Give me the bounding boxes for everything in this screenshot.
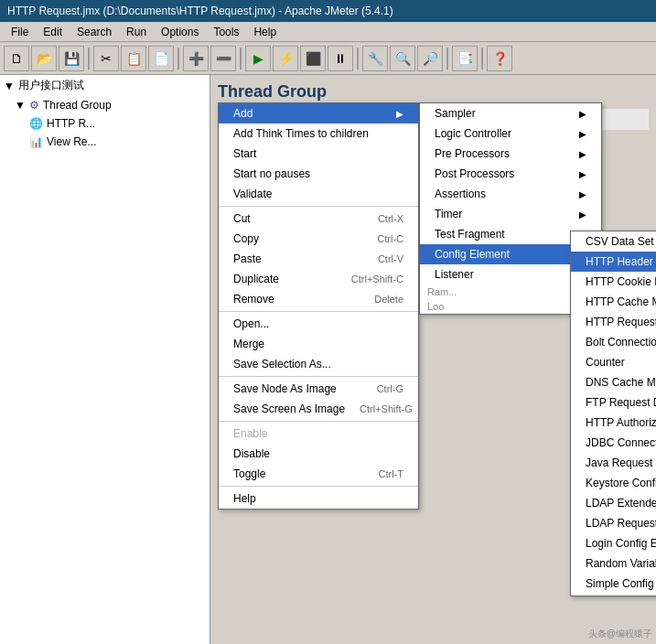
menu-search[interactable]: Search bbox=[70, 24, 119, 40]
ctx-save-node-image[interactable]: Save Node As Image Ctrl-G bbox=[219, 379, 418, 399]
cfg-http-header[interactable]: HTTP Header Manager bbox=[571, 252, 656, 272]
sep4 bbox=[219, 421, 418, 422]
cfg-http-req-defaults[interactable]: HTTP Request Defaults bbox=[571, 312, 656, 332]
menu-edit[interactable]: Edit bbox=[36, 24, 70, 40]
cfg-keystore-label: Keystore Configuration bbox=[586, 477, 656, 489]
ctx-remove[interactable]: Remove Delete bbox=[219, 289, 418, 309]
cfg-bolt[interactable]: Bolt Connection Configuration bbox=[571, 332, 656, 352]
cfg-random-var[interactable]: Random Variable bbox=[571, 553, 656, 574]
cfg-ldap-ext[interactable]: LDAP Extended Request Defaults bbox=[571, 493, 656, 513]
sub-pre-processors[interactable]: Pre Processors ▶ bbox=[420, 144, 601, 164]
sub-timer[interactable]: Timer ▶ bbox=[420, 204, 601, 224]
ctx-merge[interactable]: Merge bbox=[219, 334, 418, 354]
cfg-java-req[interactable]: Java Request Defaults bbox=[571, 453, 656, 473]
ctx-add[interactable]: Add ▶ bbox=[219, 103, 418, 123]
menu-file[interactable]: File bbox=[4, 24, 36, 40]
ctx-save-selection[interactable]: Save Selection As... bbox=[219, 354, 418, 374]
cfg-java-req-label: Java Request Defaults bbox=[586, 456, 656, 469]
sub-post-processors[interactable]: Post Processors ▶ bbox=[420, 164, 601, 184]
toolbar-copy[interactable]: 📋 bbox=[121, 46, 146, 71]
ctx-toggle[interactable]: Toggle Ctrl-T bbox=[219, 464, 418, 484]
ctx-paste[interactable]: Paste Ctrl-V bbox=[219, 249, 418, 269]
toolbar-start-notimer[interactable]: ⚡ bbox=[273, 46, 298, 71]
menu-help[interactable]: Help bbox=[246, 24, 284, 40]
tree-root[interactable]: ▼ 用户接口测试 bbox=[0, 75, 210, 96]
ctx-validate[interactable]: Validate bbox=[219, 184, 418, 204]
toolbar-help[interactable]: ❓ bbox=[487, 46, 512, 71]
cfg-login[interactable]: Login Config Element bbox=[571, 533, 656, 553]
tree-http-label: HTTP R... bbox=[47, 117, 95, 130]
cfg-simple[interactable]: Simple Config Element bbox=[571, 574, 656, 594]
cfg-counter[interactable]: Counter bbox=[571, 352, 656, 372]
title-text: HTTP Request.jmx (D:\Documents\HTTP Requ… bbox=[7, 5, 393, 17]
cfg-keystore[interactable]: Keystore Configuration bbox=[571, 473, 656, 493]
ctx-save-screen-image[interactable]: Save Screen As Image Ctrl+Shift-G bbox=[219, 399, 418, 419]
save-screen-shortcut: Ctrl+Shift-G bbox=[360, 403, 413, 414]
toolbar-sep5 bbox=[446, 48, 448, 70]
toolbar-paste[interactable]: 📄 bbox=[148, 46, 174, 71]
sub-logic-controller[interactable]: Logic Controller ▶ bbox=[420, 123, 601, 144]
toolbar-start[interactable]: ▶ bbox=[245, 46, 271, 71]
ctx-help[interactable]: Help bbox=[219, 488, 418, 509]
toolbar-remote-start-all[interactable]: 🔧 bbox=[362, 46, 388, 71]
tree-panel: ▼ 用户接口测试 ▼ ⚙ Thread Group 🌐 HTTP R... 📊 … bbox=[0, 75, 210, 644]
ctx-save-screen-label: Save Screen As Image bbox=[233, 402, 345, 415]
menu-options[interactable]: Options bbox=[154, 24, 206, 40]
cfg-csv[interactable]: CSV Data Set Config bbox=[571, 231, 656, 252]
toolbar-remote-exit-all[interactable]: 🔎 bbox=[417, 46, 443, 71]
toolbar-save[interactable]: 💾 bbox=[59, 46, 84, 71]
sub-assertions[interactable]: Assertions ▶ bbox=[420, 184, 601, 204]
cfg-dns-cache[interactable]: DNS Cache Manager bbox=[571, 372, 656, 392]
cfg-ldap-ext-label: LDAP Extended Request Defaults bbox=[586, 497, 656, 510]
cfg-http-auth[interactable]: HTTP Authorization Manager bbox=[571, 413, 656, 433]
cfg-tcp[interactable]: TCP Sampler Config bbox=[571, 594, 656, 596]
cfg-http-cookie[interactable]: HTTP Cookie Manager bbox=[571, 272, 656, 292]
menu-run[interactable]: Run bbox=[119, 24, 154, 40]
cfg-ldap-label: LDAP Request Defaults bbox=[586, 517, 656, 530]
ctx-copy-label: Copy bbox=[233, 232, 259, 245]
tree-view-results[interactable]: 📊 View Re... bbox=[0, 133, 210, 151]
tree-thread-group-label: Thread Group bbox=[43, 99, 112, 112]
sub-sampler[interactable]: Sampler ▶ bbox=[420, 103, 601, 123]
ctx-open[interactable]: Open... bbox=[219, 314, 418, 334]
ctx-start-no-pauses[interactable]: Start no pauses bbox=[219, 164, 418, 184]
tree-http-request[interactable]: 🌐 HTTP R... bbox=[0, 114, 210, 133]
toolbar-cut[interactable]: ✂ bbox=[93, 46, 119, 71]
ctx-add-think-times[interactable]: Add Think Times to children bbox=[219, 123, 418, 144]
toolbar-open[interactable]: 📂 bbox=[31, 46, 57, 71]
sub-loo-label: Loo bbox=[427, 301, 444, 312]
cfg-http-defaults-label: HTTP Request Defaults bbox=[586, 316, 656, 328]
toolbar-collapse[interactable]: ➖ bbox=[210, 46, 236, 71]
toolbar-new[interactable]: 🗋 bbox=[4, 46, 29, 71]
menu-tools[interactable]: Tools bbox=[206, 24, 246, 40]
ctx-copy[interactable]: Copy Ctrl-C bbox=[219, 229, 418, 249]
tree-thread-group[interactable]: ▼ ⚙ Thread Group bbox=[0, 96, 210, 114]
ctx-disable-label: Disable bbox=[233, 447, 270, 460]
toolbar-sep1 bbox=[88, 48, 90, 70]
ctx-cut[interactable]: Cut Ctrl-X bbox=[219, 209, 418, 229]
cfg-http-cache-label: HTTP Cache Manager bbox=[586, 295, 656, 308]
toolbar-templates[interactable]: 📑 bbox=[452, 46, 478, 71]
cfg-http-cache[interactable]: HTTP Cache Manager bbox=[571, 292, 656, 312]
toolbar-sep2 bbox=[177, 48, 179, 70]
ctx-start[interactable]: Start bbox=[219, 144, 418, 164]
sub-listener-label: Listener bbox=[435, 268, 474, 281]
cfg-jdbc[interactable]: JDBC Connection Configuration bbox=[571, 433, 656, 453]
sub-sampler-label: Sampler bbox=[435, 107, 476, 120]
toolbar-expand[interactable]: ➕ bbox=[183, 46, 209, 71]
cfg-http-auth-label: HTTP Authorization Manager bbox=[586, 416, 656, 429]
ctx-disable[interactable]: Disable bbox=[219, 444, 418, 464]
toolbar-remote-stop-all[interactable]: 🔍 bbox=[390, 46, 415, 71]
cfg-ldap[interactable]: LDAP Request Defaults bbox=[571, 513, 656, 533]
toolbar-stop[interactable]: ⬛ bbox=[300, 46, 326, 71]
toolbar-shutdown[interactable]: ⏸ bbox=[328, 46, 353, 71]
cfg-simple-label: Simple Config Element bbox=[586, 577, 656, 590]
assert-arrow: ▶ bbox=[579, 189, 586, 199]
ctx-duplicate[interactable]: Duplicate Ctrl+Shift-C bbox=[219, 269, 418, 289]
ctx-cut-label: Cut bbox=[233, 212, 251, 225]
cfg-ftp[interactable]: FTP Request Defaults bbox=[571, 392, 656, 413]
post-arrow: ▶ bbox=[579, 169, 586, 179]
ctx-dup-label: Duplicate bbox=[233, 273, 279, 285]
toolbar-sep3 bbox=[240, 48, 242, 70]
ctx-open-label: Open... bbox=[233, 317, 269, 330]
